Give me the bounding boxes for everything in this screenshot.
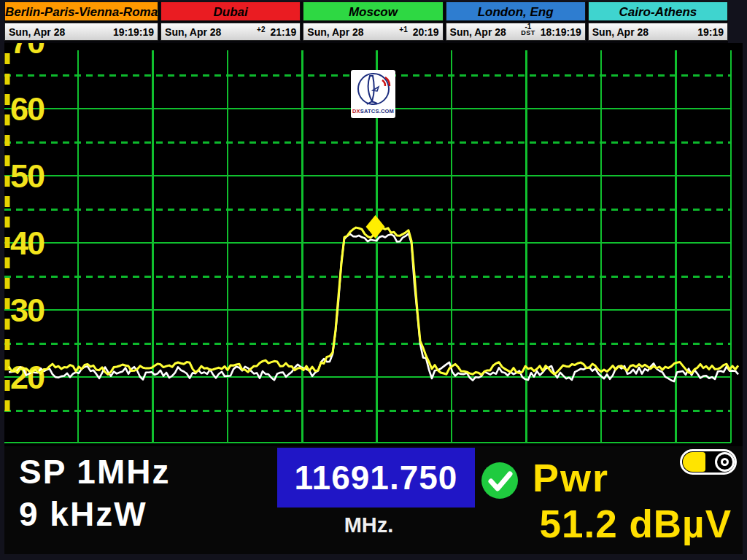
world-clock-bar: Berlin-Paris-Vienna-Roma Sun, Apr 28 19:… bbox=[4, 1, 728, 43]
clock-time: 20:19 bbox=[413, 26, 439, 38]
clock-city-label: London, Eng bbox=[446, 1, 586, 21]
svg-text:40: 40 bbox=[10, 225, 44, 262]
clock-cell-berlin: Berlin-Paris-Vienna-Roma Sun, Apr 28 19:… bbox=[4, 1, 158, 43]
clock-time: 18:19:19 bbox=[541, 26, 581, 38]
power-label: Pwr bbox=[533, 455, 609, 500]
clock-cell-dubai: Dubai Sun, Apr 28 +2 21:19 bbox=[160, 1, 301, 43]
clock-date: Sun, Apr 28 bbox=[165, 26, 221, 38]
signal-lock-check-icon bbox=[480, 461, 519, 500]
clock-time: 19:19 bbox=[697, 26, 724, 38]
svg-text:70: 70 bbox=[10, 43, 44, 61]
utc-offset: +1 bbox=[399, 26, 407, 33]
clock-cell-cairo: Cairo-Athens Sun, Apr 28 19:19 bbox=[588, 1, 728, 43]
clock-cell-moscow: Moscow Sun, Apr 28 +1 20:19 bbox=[303, 1, 443, 43]
clock-time-row: Sun, Apr 28 +1 20:19 bbox=[303, 23, 443, 41]
span-readout: SP 1MHz bbox=[19, 452, 170, 491]
dxsatcs-logo: DXSATCS.COM bbox=[351, 70, 395, 118]
clock-date: Sun, Apr 28 bbox=[592, 26, 649, 38]
logo-caption: DXSATCS.COM bbox=[352, 108, 394, 114]
clock-city-label: Dubai bbox=[160, 1, 301, 21]
clock-time-row: Sun, Apr 28 +2 21:19 bbox=[160, 23, 301, 41]
clock-city-label: Moscow bbox=[303, 1, 443, 21]
satellite-dish-icon bbox=[353, 71, 394, 108]
battery-ring bbox=[715, 452, 735, 472]
battery-fill bbox=[683, 452, 705, 472]
utc-offset: +2 bbox=[257, 26, 265, 33]
clock-time: 19:19:19 bbox=[113, 26, 154, 38]
power-value: 51.2 dBµV bbox=[402, 502, 732, 546]
clock-time-row: Sun, Apr 28 19:19:19 bbox=[4, 23, 158, 41]
peak-marker-diamond-icon bbox=[366, 215, 385, 238]
svg-text:30: 30 bbox=[10, 292, 44, 329]
svg-text:50: 50 bbox=[10, 158, 44, 195]
readout-panel: SP 1MHz 9 kHzW 11691.750 MHz. Pwr 51.2 d… bbox=[4, 446, 743, 554]
clock-time-row: Sun, Apr 28 -1 DST 18:19:19 bbox=[446, 23, 586, 41]
clock-city-label: Cairo-Athens bbox=[588, 1, 728, 21]
clock-time: 21:19 bbox=[271, 26, 297, 38]
svg-text:60: 60 bbox=[10, 90, 44, 128]
rbw-readout: 9 kHzW bbox=[19, 494, 147, 534]
svg-text:20: 20 bbox=[10, 359, 44, 396]
clock-date: Sun, Apr 28 bbox=[307, 26, 363, 38]
clock-city-label: Berlin-Paris-Vienna-Roma bbox=[4, 1, 158, 21]
frequency-display[interactable]: 11691.750 bbox=[277, 448, 475, 508]
clock-cell-london: London, Eng Sun, Apr 28 -1 DST 18:19:19 bbox=[446, 1, 586, 43]
clock-date: Sun, Apr 28 bbox=[450, 26, 506, 38]
utc-offset-dst: -1 DST bbox=[521, 23, 535, 36]
clock-date: Sun, Apr 28 bbox=[9, 26, 65, 38]
clock-time-row: Sun, Apr 28 19:19 bbox=[588, 23, 728, 41]
battery-level-icon[interactable] bbox=[680, 449, 737, 475]
